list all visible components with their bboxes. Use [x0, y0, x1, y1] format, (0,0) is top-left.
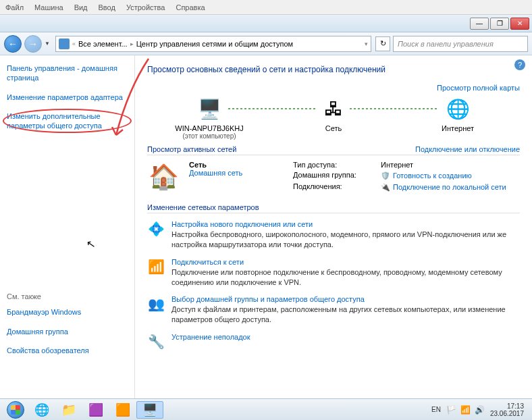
search-input[interactable]: Поиск в панели управления [393, 36, 528, 52]
sidebar-homegroup-link[interactable]: Домашняя группа [7, 327, 128, 336]
ethernet-icon: 🔌 [381, 182, 390, 192]
see-also-heading: См. также [7, 292, 128, 300]
task-troubleshoot-title: Устранение неполадок [171, 333, 250, 341]
maximize-button[interactable]: ❐ [490, 18, 509, 30]
nav-history-dropdown[interactable]: ▼ [45, 41, 53, 47]
sidebar-advanced-label: Изменить дополнительные параметры общего… [7, 112, 102, 130]
main-content: ? Просмотр основных сведений о сети и на… [135, 55, 532, 405]
chevron-down-icon[interactable]: ▾ [365, 41, 368, 47]
forward-button[interactable]: → [24, 35, 42, 53]
access-type-value: Интернет [381, 161, 413, 169]
vm-menu-view[interactable]: Вид [74, 3, 88, 11]
chevron-right-icon: ▸ [130, 41, 134, 47]
clock-time: 17:13 [490, 402, 524, 410]
breadcrumb-current[interactable]: Центр управления сетями и общим доступом [136, 40, 293, 48]
sidebar-adapter-link[interactable]: Изменение параметров адаптера [7, 93, 128, 102]
taskbar-clock[interactable]: 17:13 23.06.2017 [490, 402, 524, 417]
task-homegroup-title: Выбор домашней группы и параметров общег… [171, 295, 520, 303]
task-connect-network[interactable]: 📶 Подключиться к сети Подключение или по… [147, 258, 520, 288]
task-troubleshoot[interactable]: 🔧 Устранение неполадок [147, 333, 520, 350]
system-tray: EN 🏳️ 📶 🔊 17:13 23.06.2017 [431, 402, 529, 417]
network-name: Сеть [189, 161, 284, 169]
diagram-line-2 [350, 108, 437, 109]
active-network-block: 🏠 Сеть Домашняя сеть Тип доступа:Интерне… [147, 161, 520, 194]
diagram-line-1 [228, 108, 316, 109]
home-network-icon: 🏠 [147, 161, 180, 193]
sidebar-home-link[interactable]: Панель управления - домашняя страница [7, 63, 128, 83]
window-titlebar: — ❐ ✕ [0, 15, 532, 32]
shield-icon: 🛡️ [381, 171, 390, 180]
navigation-bar: ← → ▼ « Все элемент... ▸ Центр управлени… [0, 32, 532, 55]
diagram-internet: 🌐 Интернет [407, 96, 508, 132]
page-title: Просмотр основных сведений о сети и наст… [147, 65, 520, 74]
vm-menu-bar: Файл Машина Вид Ввод Устройства Справка [0, 0, 532, 15]
tray-volume-icon[interactable]: 🔊 [475, 405, 485, 415]
connect-network-icon: 📶 [147, 258, 165, 275]
computer-icon: 🖥️ [195, 96, 223, 122]
network-type-link[interactable]: Домашняя сеть [189, 169, 284, 177]
new-connection-icon: 💠 [147, 220, 165, 238]
close-button[interactable]: ✕ [510, 18, 529, 30]
connect-disconnect-link[interactable]: Подключение или отключение [415, 145, 520, 153]
task-homegroup-desc: Доступ к файлам и принтерам, расположенн… [171, 305, 520, 325]
refresh-button[interactable]: ↻ [375, 36, 390, 51]
clock-date: 23.06.2017 [490, 410, 524, 417]
windows-orb-icon [7, 401, 24, 419]
vm-menu-help[interactable]: Справка [176, 3, 205, 11]
active-networks-heading: Просмотр активных сетей [147, 145, 236, 153]
troubleshoot-icon: 🔧 [147, 333, 165, 350]
breadcrumb-all[interactable]: Все элемент... [78, 40, 128, 48]
diagram-network: 🖧 Сеть [283, 96, 384, 132]
pc-name: WIN-ANPU7BJ6KHJ [159, 124, 260, 132]
access-type-label: Тип доступа: [293, 161, 381, 169]
connections-label: Подключения: [293, 182, 381, 192]
vm-menu-devices[interactable]: Устройства [126, 3, 165, 11]
task-new-connection-title: Настройка нового подключения или сети [171, 220, 520, 228]
control-panel-icon [59, 38, 70, 49]
network-icon: 🖧 [319, 96, 348, 122]
taskbar-app2[interactable]: 🟧 [109, 401, 136, 419]
tray-network-icon[interactable]: 📶 [460, 405, 471, 415]
network-diagram: 🖥️ WIN-ANPU7BJ6KHJ (этот компьютер) 🖧 Се… [147, 96, 520, 140]
vm-menu-machine[interactable]: Машина [34, 3, 63, 11]
internet-label: Интернет [407, 124, 508, 132]
breadcrumb-sep: « [72, 41, 76, 47]
tray-lang[interactable]: EN [431, 406, 441, 413]
taskbar-app1[interactable]: 🟪 [82, 401, 109, 419]
view-full-map-link[interactable]: Просмотр полной карты [147, 84, 520, 92]
sidebar-browser-props-link[interactable]: Свойства обозревателя [7, 346, 128, 355]
task-homegroup[interactable]: 👥 Выбор домашней группы и параметров общ… [147, 295, 520, 325]
task-new-connection[interactable]: 💠 Настройка нового подключения или сети … [147, 220, 520, 250]
task-new-connection-desc: Настройка беспроводного, широкополосного… [171, 230, 520, 250]
taskbar-control-panel[interactable]: 🖥️ [136, 401, 163, 419]
vm-menu-input[interactable]: Ввод [99, 3, 115, 11]
taskbar-ie[interactable]: 🌐 [28, 401, 55, 419]
change-settings-heading: Изменение сетевых параметров [147, 203, 520, 213]
homegroup-icon: 👥 [147, 295, 165, 313]
help-icon[interactable]: ? [514, 59, 525, 70]
back-button[interactable]: ← [4, 35, 22, 53]
taskbar: 🌐 📁 🟪 🟧 🖥️ EN 🏳️ 📶 🔊 17:13 23.06.2017 [0, 398, 532, 420]
vm-menu-file[interactable]: Файл [5, 3, 24, 11]
sidebar-advanced-sharing-link[interactable]: Изменить дополнительные параметры общего… [7, 111, 128, 131]
task-connect-title: Подключиться к сети [171, 258, 520, 266]
homegroup-label: Домашняя группа: [293, 171, 381, 180]
sidebar-firewall-link[interactable]: Брандмауэр Windows [7, 307, 128, 317]
network-label: Сеть [283, 124, 384, 132]
minimize-button[interactable]: — [470, 18, 489, 30]
homegroup-value-link[interactable]: 🛡️Готовность к созданию [381, 171, 472, 180]
pc-subtitle: (этот компьютер) [159, 132, 260, 140]
address-bar[interactable]: « Все элемент... ▸ Центр управления сетя… [55, 36, 371, 52]
sidebar: Панель управления - домашняя страница Из… [0, 55, 135, 405]
taskbar-explorer[interactable]: 📁 [55, 401, 82, 419]
start-button[interactable] [3, 400, 28, 419]
task-connect-desc: Подключение или повторное подключение к … [171, 267, 520, 288]
diagram-this-pc: 🖥️ WIN-ANPU7BJ6KHJ (этот компьютер) [159, 96, 260, 140]
connection-link[interactable]: 🔌Подключение по локальной сети [381, 182, 506, 192]
tray-flag-icon[interactable]: 🏳️ [446, 405, 456, 415]
globe-icon: 🌐 [444, 96, 472, 122]
